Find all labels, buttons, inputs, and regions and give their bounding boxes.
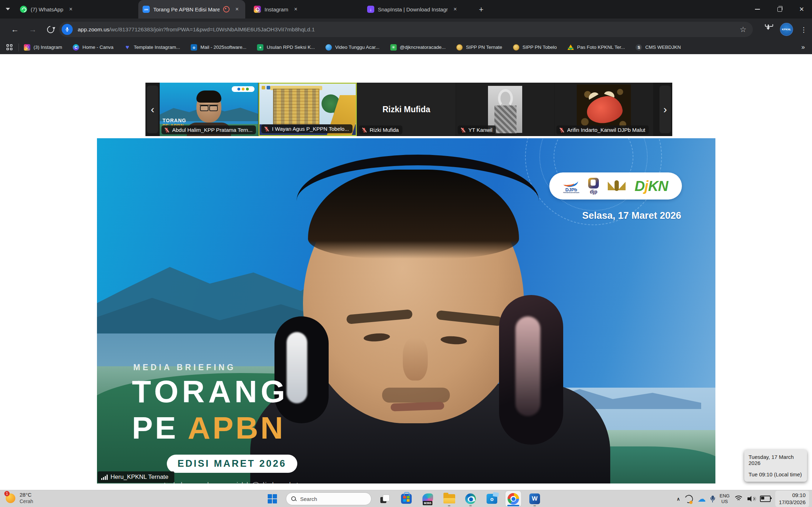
apps-grid-icon[interactable] (6, 44, 13, 51)
window-minimize-button[interactable] (747, 0, 768, 19)
windows-taskbar: 1 28°C Cerah Search M365 o W ∧ (0, 490, 812, 507)
file-explorer-button[interactable] (441, 491, 457, 507)
forward-button[interactable]: → (26, 23, 39, 36)
start-button[interactable] (264, 491, 280, 507)
sheet-favicon-icon: + (257, 44, 263, 51)
headphone-right-earcup (499, 295, 563, 445)
bookmark-canva[interactable]: C Home - Canva (73, 44, 113, 51)
language-switcher[interactable]: ENG US (720, 493, 730, 505)
filmstrip-prev-button[interactable]: ‹ (147, 86, 158, 133)
url-host: app.zoom.us (78, 26, 109, 32)
participant-name-label: Arifin Indarto_Kanwil DJPb Malut (556, 125, 649, 134)
participant-tile-i-wayan[interactable]: I Wayan Agus P_KPPN Tobelo... (258, 83, 357, 136)
bookmark-cms-webdjkn[interactable]: S CMS WEBDJKN (636, 44, 681, 51)
instagram-favicon-icon (24, 44, 30, 51)
weather-temperature: 28°C (20, 492, 33, 498)
tray-chevron-up-icon[interactable]: ∧ (677, 496, 680, 502)
bookmark-usulan-rpd[interactable]: + Usulan RPD Seksi K... (257, 44, 315, 51)
outlook-button[interactable]: o (484, 491, 500, 507)
muted-mic-icon (559, 127, 565, 133)
back-button[interactable]: ← (9, 23, 21, 36)
tab-close-button[interactable]: × (292, 5, 300, 13)
bookmark-sipp-tobelo[interactable]: SIPP PN Tobelo (513, 44, 557, 51)
filmstrip-next-button[interactable]: › (659, 86, 671, 133)
window-restore-button[interactable] (769, 0, 790, 19)
event-title-line1: TORANG (132, 373, 289, 410)
droplet-favicon-icon (325, 44, 332, 51)
tab-close-button[interactable]: × (451, 5, 459, 13)
tile-overlay-text: TORANG (163, 118, 186, 123)
event-kicker: MEDIA BRIEFING (133, 363, 236, 372)
chrome-icon (508, 493, 519, 505)
site-microphone-in-use-icon[interactable] (62, 24, 73, 35)
tab-title: Instagram (264, 6, 288, 12)
cms-favicon-icon: S (636, 44, 642, 51)
microphone-in-use-icon[interactable] (710, 496, 715, 502)
onedrive-cloud-icon[interactable]: ☁ (698, 495, 706, 503)
zoom-favicon-icon: zm (143, 6, 150, 13)
tab-title: (7) WhatsApp (31, 6, 63, 12)
m365-copilot-button[interactable]: M365 (420, 491, 436, 507)
address-bar[interactable]: app.zoom.us/wc/81377126383/join?fromPWA=… (59, 22, 753, 37)
battery-icon[interactable] (760, 496, 771, 502)
tab-search-chevron-icon[interactable] (6, 8, 10, 10)
microsoft-store-button[interactable] (399, 491, 414, 507)
word-button[interactable]: W (527, 491, 543, 507)
bookmark-pas-foto[interactable]: Pas Foto KPKNL Ter... (567, 45, 625, 50)
bookmark-djkncreator[interactable]: ✳ @djkncreatoracade... (390, 44, 446, 51)
participant-tile-abdul-halim[interactable]: TORANG PE APBN Abdul Halim_KPP Pratama T… (160, 83, 258, 136)
browser-menu-button[interactable]: ⋮ (798, 23, 809, 36)
bookmark-template-instagram[interactable]: ♥ Template Instagram... (124, 44, 180, 51)
weather-widget[interactable]: 1 28°C Cerah (5, 492, 33, 505)
bookmark-instagram[interactable]: (3) Instagram (24, 44, 62, 51)
m365-copilot-icon: M365 (422, 493, 433, 504)
task-view-button[interactable] (377, 491, 393, 507)
tab-zoom-meeting-active[interactable]: zm Torang Pe APBN Edisi Maret × (138, 0, 245, 19)
taskbar-clock[interactable]: 09:10 17/03/2026 (775, 491, 809, 507)
djkn-eagle-icon (608, 179, 626, 193)
bookmark-mail[interactable]: o Mail - 2025software... (191, 44, 246, 51)
bookmark-star-icon[interactable]: ☆ (740, 25, 746, 34)
window-close-button[interactable]: × (791, 0, 812, 19)
file-explorer-icon (443, 494, 455, 503)
muted-mic-icon (264, 126, 269, 132)
participant-tile-arifin-indarto[interactable]: Arifin Indarto_Kanwil DJPb Malut (555, 83, 653, 136)
tab-close-button[interactable]: × (67, 5, 75, 13)
edge-button[interactable] (463, 491, 478, 507)
notification-badge: 1 (4, 491, 10, 496)
profile-avatar[interactable]: KPKNL (780, 23, 793, 36)
canva-favicon-icon: C (73, 44, 79, 51)
system-tray: ∧ ☁ ENG US 09:10 17/03/2026 (677, 490, 809, 507)
agency-logos-pill: DJPb PERBENDAHARAAN djp DjKN (549, 172, 682, 200)
volume-icon[interactable] (747, 496, 755, 502)
microsoft-store-icon (401, 494, 412, 504)
participant-tile-rizki-mufida[interactable]: Rizki Mufida Rizki Mufida (357, 83, 456, 136)
tab-whatsapp[interactable]: (7) WhatsApp × (16, 0, 128, 19)
bookmark-sipp-ternate[interactable]: SIPP PN Ternate (456, 44, 502, 51)
sync-status-icon[interactable] (684, 493, 694, 504)
tab-instagram[interactable]: Instagram × (250, 0, 355, 19)
tab-snapinsta[interactable]: ↓ SnapInsta | Download Instagram × (363, 0, 468, 19)
new-tab-button[interactable]: + (476, 4, 487, 15)
audio-signal-bars-icon (101, 475, 108, 480)
url-text: app.zoom.us/wc/81377126383/join?fromPWA=… (78, 26, 736, 33)
clock-tooltip: Tuesday, 17 March 2026 Tue 09:10 (Local … (744, 450, 807, 482)
djkn-logo: DjKN (634, 178, 668, 194)
taskbar-search[interactable]: Search (286, 492, 371, 505)
wifi-icon[interactable] (734, 496, 743, 502)
muted-mic-icon (164, 127, 170, 133)
task-view-icon (380, 495, 390, 503)
participant-tile-yt-kanwil[interactable]: YT Kanwil (456, 83, 554, 136)
event-footer-links: djpb.kemenkeu.go.id | @djpbmalut (161, 481, 299, 483)
downloads-button[interactable] (764, 24, 773, 33)
reload-button[interactable] (44, 23, 57, 36)
snapinsta-favicon-icon: ↓ (367, 6, 374, 13)
bookmarks-overflow-button[interactable]: » (801, 43, 805, 51)
clock-date: 17/03/2026 (779, 499, 806, 506)
bookmark-video-tunggu[interactable]: Video Tunggu Acar... (325, 44, 379, 51)
instagram-favicon-icon (254, 6, 261, 13)
tab-close-button[interactable]: × (233, 5, 241, 13)
building-image (273, 89, 319, 128)
heart-pin-favicon-icon: ♥ (124, 44, 130, 51)
chrome-button-active[interactable] (505, 491, 521, 507)
